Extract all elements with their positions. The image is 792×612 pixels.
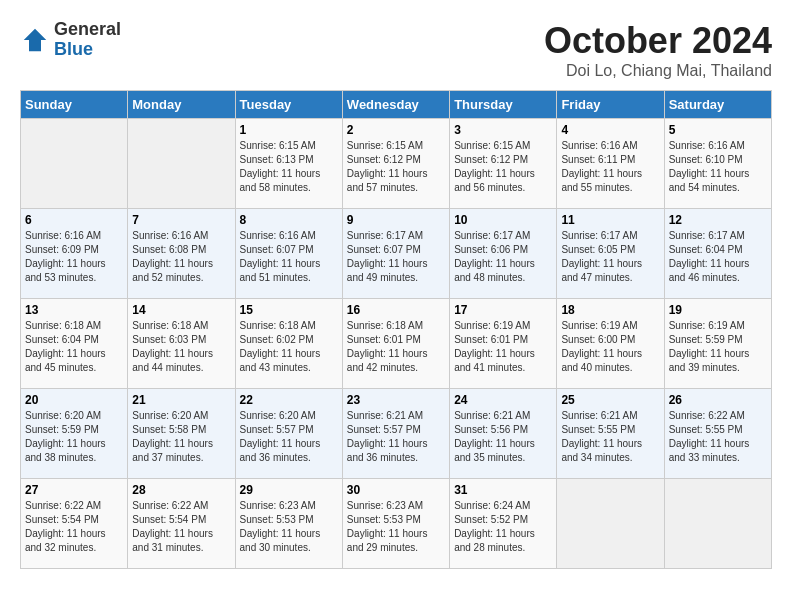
calendar-cell: 13Sunrise: 6:18 AMSunset: 6:04 PMDayligh… [21, 299, 128, 389]
calendar-cell: 12Sunrise: 6:17 AMSunset: 6:04 PMDayligh… [664, 209, 771, 299]
day-info: Sunrise: 6:21 AMSunset: 5:56 PMDaylight:… [454, 409, 552, 465]
calendar-cell [664, 479, 771, 569]
calendar-cell: 5Sunrise: 6:16 AMSunset: 6:10 PMDaylight… [664, 119, 771, 209]
weekday-header-wednesday: Wednesday [342, 91, 449, 119]
day-info: Sunrise: 6:18 AMSunset: 6:02 PMDaylight:… [240, 319, 338, 375]
day-info: Sunrise: 6:18 AMSunset: 6:03 PMDaylight:… [132, 319, 230, 375]
calendar-cell: 31Sunrise: 6:24 AMSunset: 5:52 PMDayligh… [450, 479, 557, 569]
day-info: Sunrise: 6:24 AMSunset: 5:52 PMDaylight:… [454, 499, 552, 555]
day-number: 27 [25, 483, 123, 497]
calendar-cell: 1Sunrise: 6:15 AMSunset: 6:13 PMDaylight… [235, 119, 342, 209]
calendar-cell: 10Sunrise: 6:17 AMSunset: 6:06 PMDayligh… [450, 209, 557, 299]
day-number: 14 [132, 303, 230, 317]
day-number: 22 [240, 393, 338, 407]
day-number: 15 [240, 303, 338, 317]
day-info: Sunrise: 6:16 AMSunset: 6:07 PMDaylight:… [240, 229, 338, 285]
day-number: 25 [561, 393, 659, 407]
calendar-week-row: 13Sunrise: 6:18 AMSunset: 6:04 PMDayligh… [21, 299, 772, 389]
day-info: Sunrise: 6:20 AMSunset: 5:57 PMDaylight:… [240, 409, 338, 465]
day-info: Sunrise: 6:21 AMSunset: 5:57 PMDaylight:… [347, 409, 445, 465]
calendar-cell: 6Sunrise: 6:16 AMSunset: 6:09 PMDaylight… [21, 209, 128, 299]
day-number: 9 [347, 213, 445, 227]
month-title: October 2024 [544, 20, 772, 62]
day-info: Sunrise: 6:16 AMSunset: 6:09 PMDaylight:… [25, 229, 123, 285]
day-info: Sunrise: 6:21 AMSunset: 5:55 PMDaylight:… [561, 409, 659, 465]
svg-marker-0 [24, 29, 47, 52]
day-info: Sunrise: 6:22 AMSunset: 5:55 PMDaylight:… [669, 409, 767, 465]
day-number: 3 [454, 123, 552, 137]
day-number: 18 [561, 303, 659, 317]
calendar-cell: 19Sunrise: 6:19 AMSunset: 5:59 PMDayligh… [664, 299, 771, 389]
calendar-week-row: 27Sunrise: 6:22 AMSunset: 5:54 PMDayligh… [21, 479, 772, 569]
calendar-table: SundayMondayTuesdayWednesdayThursdayFrid… [20, 90, 772, 569]
day-number: 2 [347, 123, 445, 137]
calendar-cell: 7Sunrise: 6:16 AMSunset: 6:08 PMDaylight… [128, 209, 235, 299]
day-info: Sunrise: 6:22 AMSunset: 5:54 PMDaylight:… [132, 499, 230, 555]
calendar-cell [21, 119, 128, 209]
calendar-cell: 18Sunrise: 6:19 AMSunset: 6:00 PMDayligh… [557, 299, 664, 389]
calendar-cell: 26Sunrise: 6:22 AMSunset: 5:55 PMDayligh… [664, 389, 771, 479]
day-number: 12 [669, 213, 767, 227]
weekday-header-saturday: Saturday [664, 91, 771, 119]
day-number: 30 [347, 483, 445, 497]
logo-general: General [54, 20, 121, 40]
calendar-week-row: 20Sunrise: 6:20 AMSunset: 5:59 PMDayligh… [21, 389, 772, 479]
calendar-cell: 21Sunrise: 6:20 AMSunset: 5:58 PMDayligh… [128, 389, 235, 479]
calendar-cell: 24Sunrise: 6:21 AMSunset: 5:56 PMDayligh… [450, 389, 557, 479]
page-header: General Blue October 2024 Doi Lo, Chiang… [20, 20, 772, 80]
day-number: 17 [454, 303, 552, 317]
location: Doi Lo, Chiang Mai, Thailand [544, 62, 772, 80]
weekday-header-friday: Friday [557, 91, 664, 119]
day-info: Sunrise: 6:16 AMSunset: 6:10 PMDaylight:… [669, 139, 767, 195]
day-number: 20 [25, 393, 123, 407]
calendar-cell: 27Sunrise: 6:22 AMSunset: 5:54 PMDayligh… [21, 479, 128, 569]
day-number: 24 [454, 393, 552, 407]
calendar-week-row: 1Sunrise: 6:15 AMSunset: 6:13 PMDaylight… [21, 119, 772, 209]
calendar-cell: 29Sunrise: 6:23 AMSunset: 5:53 PMDayligh… [235, 479, 342, 569]
weekday-header-sunday: Sunday [21, 91, 128, 119]
title-section: October 2024 Doi Lo, Chiang Mai, Thailan… [544, 20, 772, 80]
day-number: 19 [669, 303, 767, 317]
calendar-cell: 20Sunrise: 6:20 AMSunset: 5:59 PMDayligh… [21, 389, 128, 479]
day-number: 1 [240, 123, 338, 137]
calendar-cell [128, 119, 235, 209]
day-number: 10 [454, 213, 552, 227]
day-info: Sunrise: 6:18 AMSunset: 6:04 PMDaylight:… [25, 319, 123, 375]
day-number: 16 [347, 303, 445, 317]
day-info: Sunrise: 6:16 AMSunset: 6:11 PMDaylight:… [561, 139, 659, 195]
day-number: 13 [25, 303, 123, 317]
day-info: Sunrise: 6:18 AMSunset: 6:01 PMDaylight:… [347, 319, 445, 375]
calendar-cell [557, 479, 664, 569]
calendar-cell: 14Sunrise: 6:18 AMSunset: 6:03 PMDayligh… [128, 299, 235, 389]
day-info: Sunrise: 6:17 AMSunset: 6:04 PMDaylight:… [669, 229, 767, 285]
day-info: Sunrise: 6:20 AMSunset: 5:58 PMDaylight:… [132, 409, 230, 465]
calendar-cell: 17Sunrise: 6:19 AMSunset: 6:01 PMDayligh… [450, 299, 557, 389]
day-number: 28 [132, 483, 230, 497]
calendar-cell: 15Sunrise: 6:18 AMSunset: 6:02 PMDayligh… [235, 299, 342, 389]
calendar-cell: 2Sunrise: 6:15 AMSunset: 6:12 PMDaylight… [342, 119, 449, 209]
day-info: Sunrise: 6:22 AMSunset: 5:54 PMDaylight:… [25, 499, 123, 555]
calendar-cell: 11Sunrise: 6:17 AMSunset: 6:05 PMDayligh… [557, 209, 664, 299]
weekday-header-thursday: Thursday [450, 91, 557, 119]
day-number: 5 [669, 123, 767, 137]
calendar-cell: 23Sunrise: 6:21 AMSunset: 5:57 PMDayligh… [342, 389, 449, 479]
calendar-cell: 4Sunrise: 6:16 AMSunset: 6:11 PMDaylight… [557, 119, 664, 209]
calendar-cell: 30Sunrise: 6:23 AMSunset: 5:53 PMDayligh… [342, 479, 449, 569]
weekday-header-row: SundayMondayTuesdayWednesdayThursdayFrid… [21, 91, 772, 119]
day-info: Sunrise: 6:17 AMSunset: 6:05 PMDaylight:… [561, 229, 659, 285]
day-number: 31 [454, 483, 552, 497]
day-info: Sunrise: 6:19 AMSunset: 5:59 PMDaylight:… [669, 319, 767, 375]
day-info: Sunrise: 6:15 AMSunset: 6:13 PMDaylight:… [240, 139, 338, 195]
day-info: Sunrise: 6:23 AMSunset: 5:53 PMDaylight:… [240, 499, 338, 555]
calendar-cell: 8Sunrise: 6:16 AMSunset: 6:07 PMDaylight… [235, 209, 342, 299]
calendar-cell: 16Sunrise: 6:18 AMSunset: 6:01 PMDayligh… [342, 299, 449, 389]
day-number: 29 [240, 483, 338, 497]
day-number: 4 [561, 123, 659, 137]
calendar-cell: 28Sunrise: 6:22 AMSunset: 5:54 PMDayligh… [128, 479, 235, 569]
calendar-week-row: 6Sunrise: 6:16 AMSunset: 6:09 PMDaylight… [21, 209, 772, 299]
day-number: 21 [132, 393, 230, 407]
day-number: 8 [240, 213, 338, 227]
day-number: 11 [561, 213, 659, 227]
day-info: Sunrise: 6:17 AMSunset: 6:06 PMDaylight:… [454, 229, 552, 285]
calendar-cell: 9Sunrise: 6:17 AMSunset: 6:07 PMDaylight… [342, 209, 449, 299]
